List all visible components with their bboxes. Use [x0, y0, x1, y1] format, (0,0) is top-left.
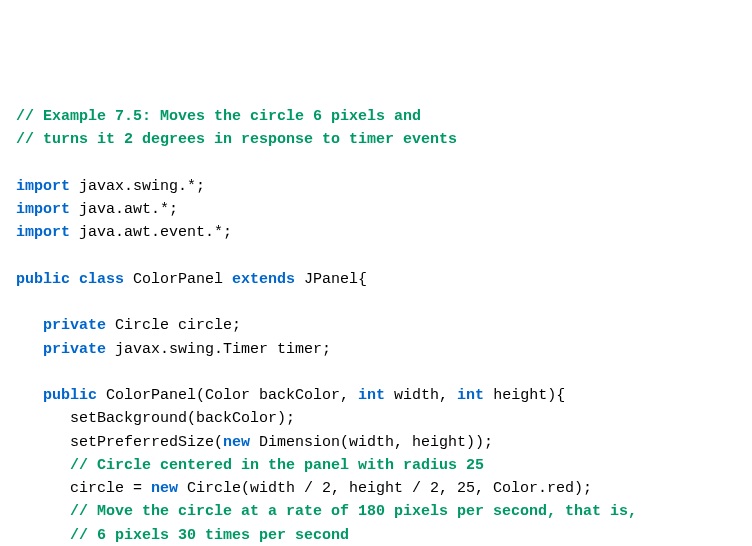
code-keyword: int — [457, 387, 484, 404]
code-text: setBackground(backColor); — [16, 410, 295, 427]
code-text: ColorPanel(Color backColor, — [97, 387, 358, 404]
code-line: setPreferredSize(new Dimension(width, he… — [16, 431, 736, 454]
code-block: // Example 7.5: Moves the circle 6 pixel… — [16, 105, 736, 546]
code-text: width, — [385, 387, 457, 404]
code-text — [16, 457, 70, 474]
code-keyword: private — [43, 317, 106, 334]
code-keyword: import — [16, 178, 70, 195]
code-text: circle = — [16, 480, 151, 497]
code-line: private Circle circle; — [16, 314, 736, 337]
code-line: public class ColorPanel extends JPanel{ — [16, 268, 736, 291]
code-line: import javax.swing.*; — [16, 175, 736, 198]
code-text: java.awt.*; — [70, 201, 178, 218]
code-keyword: new — [151, 480, 178, 497]
code-text: javax.swing.Timer timer; — [106, 341, 331, 358]
code-text: Circle circle; — [106, 317, 241, 334]
code-line: // 6 pixels 30 times per second — [16, 524, 736, 547]
code-line: // turns it 2 degrees in response to tim… — [16, 128, 736, 151]
code-line: import java.awt.*; — [16, 198, 736, 221]
code-text: Dimension(width, height)); — [250, 434, 493, 451]
code-text: setPreferredSize( — [16, 434, 223, 451]
code-line: private javax.swing.Timer timer; — [16, 338, 736, 361]
code-text: javax.swing.*; — [70, 178, 205, 195]
code-comment: // Example 7.5: Moves the circle 6 pixel… — [16, 108, 421, 125]
code-line — [16, 152, 736, 175]
code-text: JPanel{ — [295, 271, 367, 288]
code-line: setBackground(backColor); — [16, 407, 736, 430]
code-line — [16, 245, 736, 268]
code-text — [16, 503, 70, 520]
code-keyword: private — [43, 341, 106, 358]
code-keyword: new — [223, 434, 250, 451]
code-comment: // Circle centered in the panel with rad… — [70, 457, 484, 474]
code-keyword: import — [16, 201, 70, 218]
code-text: Circle(width / 2, height / 2, 25, Color.… — [178, 480, 592, 497]
code-line: // Example 7.5: Moves the circle 6 pixel… — [16, 105, 736, 128]
code-text — [16, 341, 43, 358]
code-text — [16, 387, 43, 404]
code-line: public ColorPanel(Color backColor, int w… — [16, 384, 736, 407]
code-line: // Circle centered in the panel with rad… — [16, 454, 736, 477]
code-text: height){ — [484, 387, 565, 404]
code-line — [16, 291, 736, 314]
code-text: ColorPanel — [124, 271, 232, 288]
code-line: // Move the circle at a rate of 180 pixe… — [16, 500, 736, 523]
code-comment: // 6 pixels 30 times per second — [70, 527, 349, 544]
code-keyword: extends — [232, 271, 295, 288]
code-line: circle = new Circle(width / 2, height / … — [16, 477, 736, 500]
code-comment: // turns it 2 degrees in response to tim… — [16, 131, 457, 148]
code-line — [16, 361, 736, 384]
code-text — [16, 527, 70, 544]
code-text: java.awt.event.*; — [70, 224, 232, 241]
code-keyword: int — [358, 387, 385, 404]
code-keyword: public — [43, 387, 97, 404]
code-keyword: public class — [16, 271, 124, 288]
code-line: import java.awt.event.*; — [16, 221, 736, 244]
code-comment: // Move the circle at a rate of 180 pixe… — [70, 503, 637, 520]
code-keyword: import — [16, 224, 70, 241]
code-text — [16, 317, 43, 334]
